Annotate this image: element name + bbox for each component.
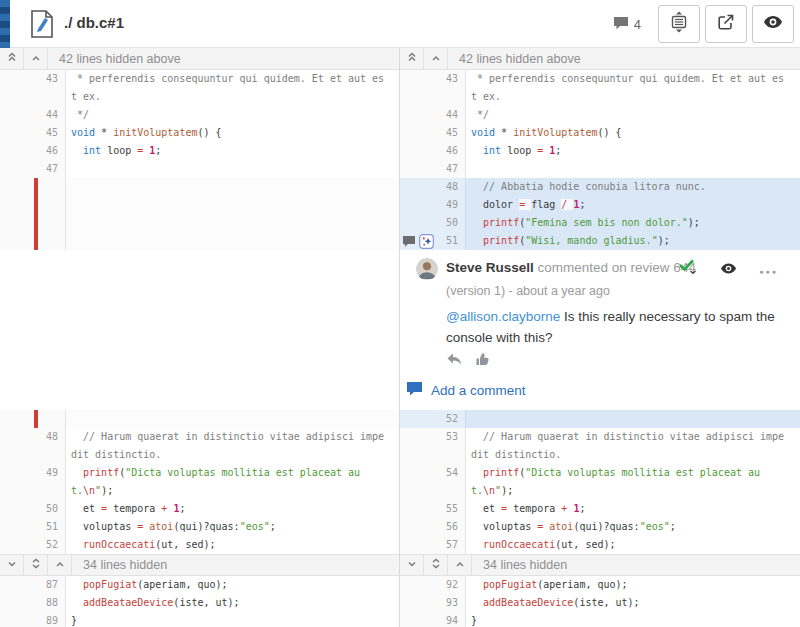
line-number-gutter[interactable] — [0, 446, 66, 464]
expand-all-up-button[interactable] — [0, 48, 24, 69]
line-number-gutter[interactable]: 88 — [0, 594, 66, 612]
expand-down-button[interactable] — [400, 555, 424, 575]
line-number-gutter[interactable] — [400, 482, 466, 500]
code-token: void — [471, 127, 495, 138]
line-number-gutter[interactable]: 47 — [0, 160, 66, 178]
expand-down-button[interactable] — [0, 555, 24, 575]
line-number-gutter[interactable]: 51 — [0, 518, 66, 536]
code-token: () { — [597, 127, 621, 138]
code-token — [471, 145, 483, 156]
expand-up-button[interactable] — [48, 555, 72, 575]
code-row: t.\n"); — [400, 482, 800, 500]
line-number-gutter[interactable]: 50 — [400, 214, 466, 232]
line-number-gutter[interactable] — [400, 88, 466, 106]
line-number-gutter[interactable]: 57 — [400, 536, 466, 554]
line-number: 54 — [446, 467, 458, 478]
line-number-gutter[interactable] — [0, 482, 66, 500]
unfold-button[interactable] — [424, 555, 448, 575]
expand-up-button[interactable] — [448, 555, 472, 575]
code-token: popFugiat — [83, 579, 137, 590]
insertion-marker-block — [0, 178, 399, 250]
thumbs-up-icon[interactable] — [475, 352, 490, 370]
code-line: // Harum quaerat in distinctio vitae adi… — [466, 428, 800, 446]
diff-panel-new: 42 lines hidden above43 * perferendis co… — [400, 48, 800, 627]
line-number-gutter[interactable]: 49 — [0, 464, 66, 482]
insertion-marker — [34, 410, 38, 428]
line-number-gutter[interactable] — [0, 88, 66, 106]
line-number-gutter[interactable]: 54 — [400, 464, 466, 482]
line-number-gutter[interactable]: 48 — [0, 428, 66, 446]
open-in-new-button[interactable] — [705, 5, 747, 43]
line-number-gutter[interactable]: 43 — [0, 70, 66, 88]
expand-up-button[interactable] — [424, 48, 448, 69]
line-number-gutter[interactable]: 45 — [0, 124, 66, 142]
code-token: addBeataeDevice — [483, 597, 573, 608]
reply-icon[interactable] — [446, 352, 462, 370]
code-row: 89} — [0, 612, 399, 627]
line-number: 49 — [46, 467, 58, 478]
line-number-gutter[interactable]: 94 — [400, 612, 466, 627]
marker-gutter — [0, 410, 66, 428]
line-number-gutter[interactable]: 87 — [0, 576, 66, 594]
line-number-gutter[interactable] — [400, 446, 466, 464]
line-number-gutter[interactable]: 93 — [400, 594, 466, 612]
comment-actions — [446, 352, 490, 370]
code-line: addBeataeDevice(iste, ut); — [466, 594, 800, 612]
code-line: voluptas = atoi(qui)?quas:"eos"; — [466, 518, 800, 536]
watched-eye-icon[interactable] — [720, 260, 737, 278]
line-number-gutter[interactable]: 43 — [400, 70, 466, 88]
watch-button[interactable] — [752, 5, 794, 43]
code-token: voluptas — [71, 521, 137, 532]
line-number-gutter[interactable]: 44 — [400, 106, 466, 124]
line-number: 87 — [46, 579, 58, 590]
fold-sections-button[interactable] — [658, 5, 700, 43]
file-header: ./ db.c#1 4 — [0, 0, 800, 48]
code-token: addBeataeDevice — [83, 597, 173, 608]
line-number: 49 — [446, 199, 458, 210]
more-options-icon[interactable]: ●●● — [759, 263, 778, 275]
line-number-gutter[interactable]: 47 — [400, 160, 466, 178]
line-number-gutter[interactable]: 49 — [400, 196, 466, 214]
expand-up-icon — [455, 558, 465, 572]
comment-author: Steve Russell — [446, 260, 534, 275]
code-token — [71, 579, 83, 590]
resolved-check-icon[interactable] — [678, 258, 698, 279]
code-line: */ — [66, 106, 399, 124]
line-number-gutter[interactable]: 52 — [0, 536, 66, 554]
expand-all-up-button[interactable] — [400, 48, 424, 69]
unfold-button[interactable] — [24, 555, 48, 575]
code-line: * perferendis consequuntur qui quidem. E… — [466, 70, 800, 88]
code-token: popFugiat — [483, 579, 537, 590]
code-token: */ — [71, 109, 89, 120]
code-token: "eos" — [640, 521, 670, 532]
line-number-gutter[interactable]: 53 — [400, 428, 466, 446]
line-number-gutter[interactable]: 46 — [0, 142, 66, 160]
line-number-gutter[interactable]: 46 — [400, 142, 466, 160]
code-token: } — [471, 615, 477, 626]
expand-up-button[interactable] — [24, 48, 48, 69]
code-line: popFugiat(aperiam, quo); — [466, 576, 800, 594]
line-number-gutter[interactable]: 89 — [0, 612, 66, 627]
code-token: ; — [179, 503, 185, 514]
hidden-lines-label: 34 lines hidden — [483, 558, 567, 572]
comment-header: Steve Russell commented on review 644 — [446, 260, 696, 275]
mention-link[interactable]: @allison.clayborne — [446, 309, 560, 324]
add-comment-button[interactable]: Add a comment — [406, 381, 526, 399]
line-number-gutter[interactable]: 92 — [400, 576, 466, 594]
code-row: t ex. — [400, 88, 800, 106]
line-number: 50 — [446, 217, 458, 228]
comment-count[interactable]: 4 — [613, 16, 641, 33]
line-number-gutter[interactable]: 45 — [400, 124, 466, 142]
line-number-gutter[interactable]: 51 — [400, 232, 466, 250]
line-number-gutter[interactable]: 56 — [400, 518, 466, 536]
line-number-gutter[interactable]: 50 — [0, 500, 66, 518]
line-number-gutter[interactable]: 48 — [400, 178, 466, 196]
diff-panel-old: 42 lines hidden above43 * perferendis co… — [0, 48, 400, 627]
line-number-gutter[interactable]: 55 — [400, 500, 466, 518]
line-number-gutter[interactable]: 52 — [400, 410, 466, 428]
code-row: 49 dolor = flag / 1; — [400, 196, 800, 214]
code-row: 87 popFugiat(aperiam, quo); — [0, 576, 399, 594]
code-token: ; — [579, 503, 585, 514]
code-token: ); — [501, 485, 513, 496]
line-number-gutter[interactable]: 44 — [0, 106, 66, 124]
